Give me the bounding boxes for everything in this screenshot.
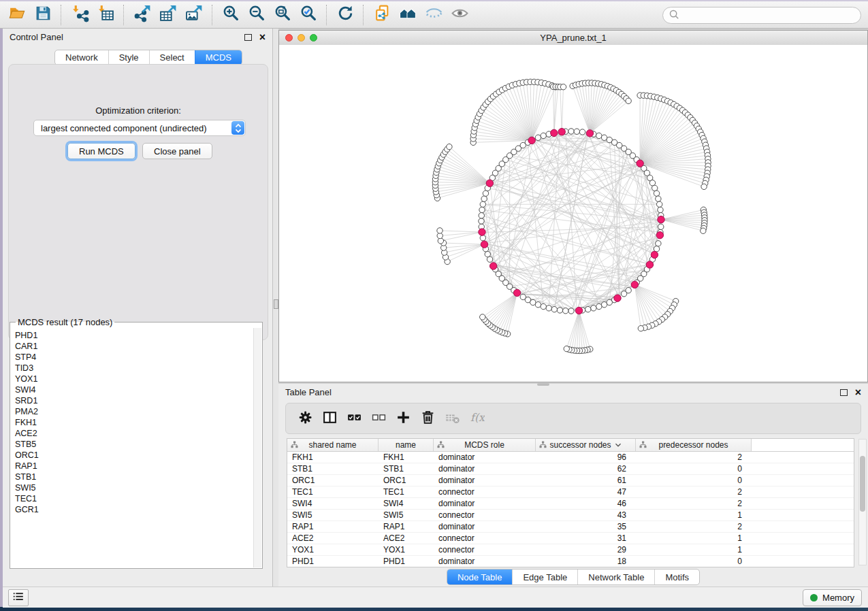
delete-column-button[interactable] — [415, 406, 440, 431]
export-network-button[interactable] — [129, 3, 155, 27]
select-all-rows-button[interactable] — [342, 406, 366, 431]
mcds-result-item[interactable]: FKH1 — [15, 417, 254, 428]
show-all-icon — [451, 4, 469, 25]
close-panel-button[interactable]: Close panel — [142, 143, 212, 159]
tab-network[interactable]: Network — [55, 50, 108, 65]
mcds-result-item[interactable]: SRD1 — [15, 395, 254, 406]
cell-MCDS-role: dominator — [434, 556, 536, 567]
cell-name: RAP1 — [379, 521, 434, 532]
import-table-button[interactable] — [93, 3, 118, 27]
mcds-result-item[interactable]: STP4 — [15, 352, 254, 363]
control-panel-float-button[interactable] — [244, 34, 252, 41]
cell-successor-nodes: 29 — [536, 544, 636, 555]
optimization-criterion-select[interactable]: largest connected component (undirected) — [33, 120, 246, 136]
apply-preferred-layout-button[interactable] — [332, 3, 358, 27]
delete-table-icon — [445, 410, 460, 428]
zoom-out-button[interactable] — [244, 3, 270, 27]
network-canvas[interactable] — [279, 45, 867, 382]
export-table-button[interactable] — [155, 3, 181, 27]
table-row[interactable]: STB1STB1dominator620 — [287, 463, 854, 475]
table-row[interactable]: PHD1PHD1dominator180 — [287, 556, 854, 567]
table-row[interactable]: SWI4SWI4dominator462 — [287, 498, 854, 510]
table-panel-close-button[interactable]: × — [855, 389, 861, 397]
memory-button[interactable]: Memory — [803, 589, 862, 606]
zoom-fit-content-button[interactable] — [270, 3, 295, 27]
hierarchy-icon — [437, 441, 445, 450]
column-header-predecessor-nodes[interactable]: predecessor nodes — [636, 439, 752, 451]
table-row[interactable]: ORC1ORC1dominator610 — [287, 475, 854, 486]
cell-MCDS-role: dominator — [434, 521, 536, 532]
column-header-name[interactable]: name — [379, 439, 434, 451]
tab-network-table[interactable]: Network Table — [577, 569, 654, 584]
export-image-button[interactable] — [181, 3, 207, 27]
split-panel-icon — [322, 410, 338, 428]
splitter-grip[interactable] — [274, 299, 278, 309]
mcds-result-item[interactable]: TEC1 — [15, 493, 254, 504]
search-box[interactable] — [662, 7, 861, 24]
import-network-icon — [71, 4, 89, 25]
mcds-result-item[interactable]: ORC1 — [15, 450, 254, 461]
task-history-button[interactable] — [8, 589, 29, 606]
table-panel-float-button[interactable] — [840, 389, 848, 396]
save-session-icon — [34, 4, 52, 25]
first-neighbors-button[interactable] — [395, 3, 421, 27]
duplicate-network-button[interactable] — [369, 3, 395, 27]
table-row[interactable]: YOX1YOX1connector291 — [287, 544, 854, 556]
table-options-button[interactable] — [293, 406, 317, 431]
network-window: YPA_prune.txt_1 — [278, 30, 868, 382]
mcds-result-item[interactable]: STB5 — [15, 439, 254, 450]
mcds-hub-node — [528, 137, 535, 144]
zoom-fit-content-icon — [274, 4, 292, 25]
search-input[interactable] — [683, 10, 855, 21]
tab-style[interactable]: Style — [108, 50, 149, 65]
table-row[interactable]: TEC1TEC1connector472 — [287, 486, 854, 498]
show-all-button[interactable] — [447, 3, 472, 27]
hide-selected-button[interactable] — [421, 3, 447, 27]
add-column-button[interactable] — [391, 406, 415, 431]
table-row[interactable]: SWI5SWI5connector431 — [287, 510, 854, 521]
table-row[interactable]: FKH1FKH1dominator962 — [287, 452, 854, 463]
mcds-result-item[interactable]: STB1 — [15, 472, 254, 482]
mcds-result-item[interactable]: YOX1 — [15, 374, 254, 384]
zoom-out-icon — [248, 4, 266, 25]
mcds-result-item[interactable]: CAR1 — [15, 341, 254, 352]
open-file-button[interactable] — [4, 3, 30, 27]
deselect-all-rows-button[interactable] — [366, 406, 391, 431]
tab-node-table[interactable]: Node Table — [447, 569, 513, 584]
mcds-result-item[interactable]: PMA2 — [15, 406, 254, 417]
tab-motifs[interactable]: Motifs — [654, 569, 699, 584]
node-table-scrollbar[interactable] — [858, 439, 867, 565]
mcds-result-item[interactable]: ACE2 — [15, 428, 254, 439]
mcds-result-item[interactable]: RAP1 — [15, 461, 254, 472]
cell-predecessor-nodes: 1 — [636, 510, 752, 521]
column-header-MCDS-role[interactable]: MCDS role — [434, 439, 536, 451]
tab-select[interactable]: Select — [149, 50, 195, 65]
cell-successor-nodes: 62 — [536, 463, 636, 474]
mcds-hub-node — [551, 129, 558, 136]
mcds-result-item[interactable]: GCR1 — [15, 504, 254, 515]
column-header-shared-name[interactable]: shared name — [287, 439, 379, 451]
zoom-in-button[interactable] — [218, 3, 244, 27]
tab-mcds[interactable]: MCDS — [195, 50, 242, 65]
table-row[interactable]: RAP1RAP1dominator352 — [287, 521, 854, 533]
mcds-result-item[interactable]: PHD1 — [15, 330, 254, 341]
mcds-result-item[interactable]: SWI5 — [15, 482, 254, 493]
mcds-result-scrollbar[interactable] — [253, 328, 261, 567]
run-mcds-button[interactable]: Run MCDS — [67, 143, 135, 159]
column-header-successor-nodes[interactable]: successor nodes — [536, 439, 636, 451]
table-row[interactable]: ACE2ACE2connector311 — [287, 533, 854, 544]
cell-successor-nodes: 35 — [536, 521, 636, 532]
function-builder-button: f(x) — [464, 406, 489, 431]
zoom-selected-button[interactable] — [295, 3, 321, 27]
import-network-button[interactable] — [67, 3, 93, 27]
cell-predecessor-nodes: 0 — [636, 463, 752, 474]
tab-edge-table[interactable]: Edge Table — [512, 569, 577, 584]
save-session-button[interactable] — [30, 3, 56, 27]
cell-predecessor-nodes: 0 — [636, 475, 752, 486]
mcds-result-item[interactable]: SWI4 — [15, 384, 254, 395]
control-panel-close-button[interactable]: × — [259, 33, 266, 42]
cell-predecessor-nodes: 1 — [636, 533, 752, 544]
mcds-result-item[interactable]: TID3 — [15, 363, 254, 374]
node-table-scrollbar-thumb[interactable] — [860, 456, 865, 512]
split-panel-button[interactable] — [317, 406, 342, 431]
